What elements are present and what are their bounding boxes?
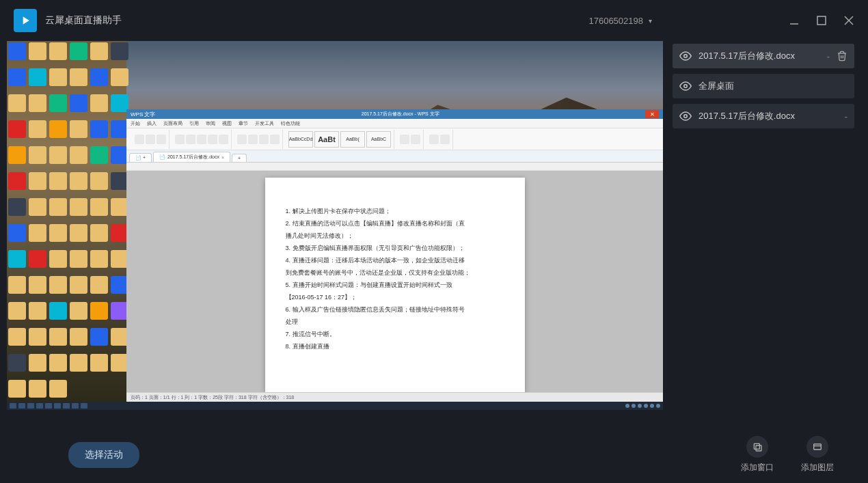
account-dropdown[interactable]: 17606502198 ▾ bbox=[588, 16, 652, 26]
delete-layer-button[interactable] bbox=[837, 51, 847, 61]
layer-label: 全屏桌面 bbox=[699, 80, 847, 92]
layer-item[interactable]: 2017.5.17后台修改.docx - bbox=[673, 44, 854, 68]
svg-rect-9 bbox=[814, 444, 822, 450]
wps-tab-add: + bbox=[232, 154, 247, 162]
visibility-icon[interactable] bbox=[679, 51, 692, 61]
add-window-icon bbox=[746, 436, 768, 458]
svg-point-6 bbox=[684, 115, 688, 118]
wps-page: 1. 解决上传图片卡在保存中状态问题； 2. 结束直播的活动可以点击【编辑直播】… bbox=[265, 178, 525, 392]
wps-title: 2017.5.17后台修改.docx - WPS 文字 bbox=[155, 111, 645, 118]
account-id-text: 17606502198 bbox=[588, 16, 643, 26]
maximize-button[interactable] bbox=[816, 15, 827, 26]
add-layer-label: 添加图层 bbox=[801, 462, 834, 473]
wps-titlebar: WPS 文字 2017.5.17后台修改.docx - WPS 文字 ✕ bbox=[126, 109, 663, 119]
wps-document-tabs: 📄 + 📄2017.5.17后台修改.docx× + bbox=[126, 150, 663, 163]
bottom-bar: 选择活动 添加窗口 添加图层 bbox=[0, 426, 868, 483]
window-controls bbox=[789, 15, 854, 26]
wps-ruler bbox=[126, 163, 663, 171]
wps-close-icon: ✕ bbox=[645, 110, 659, 118]
wps-ribbon: AaBbCcDd AaBt AaBb( AaBbC bbox=[126, 128, 663, 150]
wps-menubar: 开始插入页面布局引用审阅视图章节开发工具特色功能 bbox=[126, 119, 663, 128]
minimize-button[interactable] bbox=[789, 15, 800, 26]
visibility-icon[interactable] bbox=[679, 111, 692, 121]
desktop-icons-grid bbox=[7, 41, 126, 410]
wps-tab-doc: 📄2017.5.17后台修改.docx× bbox=[153, 152, 230, 162]
layers-sidebar: 2017.5.17后台修改.docx - 全屏桌面 2017.5.17后台修改.… bbox=[663, 41, 861, 426]
svg-rect-7 bbox=[754, 443, 759, 449]
visibility-icon[interactable] bbox=[679, 81, 692, 91]
wps-statusbar: 页码：1 页面：1/1 行：1 列：1 字数：25段 字符：318 字符（含空格… bbox=[126, 392, 663, 402]
add-window-label: 添加窗口 bbox=[741, 462, 774, 473]
wps-app-label: WPS 文字 bbox=[131, 111, 155, 118]
layer-item[interactable]: 2017.5.17后台修改.docx - bbox=[673, 104, 854, 128]
svg-rect-8 bbox=[756, 445, 761, 451]
layer-label: 2017.5.17后台修改.docx bbox=[699, 50, 823, 62]
svg-point-4 bbox=[684, 55, 688, 58]
windows-taskbar bbox=[7, 402, 663, 410]
titlebar: 云犀桌面直播助手 17606502198 ▾ bbox=[0, 0, 868, 41]
main-area: WPS 文字 2017.5.17后台修改.docx - WPS 文字 ✕ 开始插… bbox=[0, 41, 868, 426]
select-activity-button[interactable]: 选择活动 bbox=[68, 442, 139, 468]
layer-item[interactable]: 全屏桌面 bbox=[673, 74, 854, 98]
add-layer-icon bbox=[806, 436, 828, 458]
svg-point-5 bbox=[684, 85, 688, 88]
app-logo bbox=[14, 9, 37, 32]
wps-tab-new: 📄 + bbox=[129, 153, 152, 162]
add-layer-button[interactable]: 添加图层 bbox=[801, 436, 834, 473]
layer-label: 2017.5.17后台修改.docx bbox=[699, 110, 841, 122]
add-window-button[interactable]: 添加窗口 bbox=[741, 436, 774, 473]
app-title: 云犀桌面直播助手 bbox=[45, 14, 122, 27]
wps-window: WPS 文字 2017.5.17后台修改.docx - WPS 文字 ✕ 开始插… bbox=[126, 109, 663, 402]
chevron-down-icon: ▾ bbox=[649, 17, 652, 25]
preview-panel[interactable]: WPS 文字 2017.5.17后台修改.docx - WPS 文字 ✕ 开始插… bbox=[7, 41, 663, 410]
wps-doc-area: 1. 解决上传图片卡在保存中状态问题； 2. 结束直播的活动可以点击【编辑直播】… bbox=[126, 171, 663, 392]
close-button[interactable] bbox=[843, 15, 854, 26]
svg-rect-1 bbox=[817, 16, 826, 25]
